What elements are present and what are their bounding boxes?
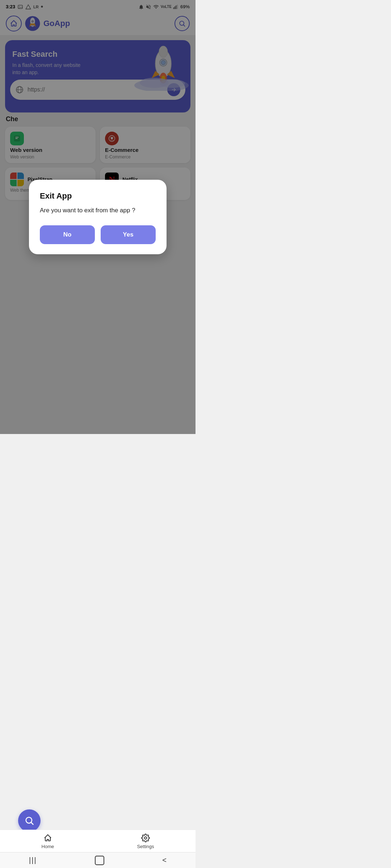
dialog-overlay: Exit App Are you want to exit from the a… xyxy=(0,0,196,434)
dialog-buttons: No Yes xyxy=(40,225,156,244)
dialog-title: Exit App xyxy=(40,191,156,201)
dialog-yes-button[interactable]: Yes xyxy=(101,225,156,244)
exit-dialog: Exit App Are you want to exit from the a… xyxy=(29,180,167,254)
dialog-message: Are you want to exit from the app ? xyxy=(40,206,156,215)
dialog-no-button[interactable]: No xyxy=(40,225,95,244)
